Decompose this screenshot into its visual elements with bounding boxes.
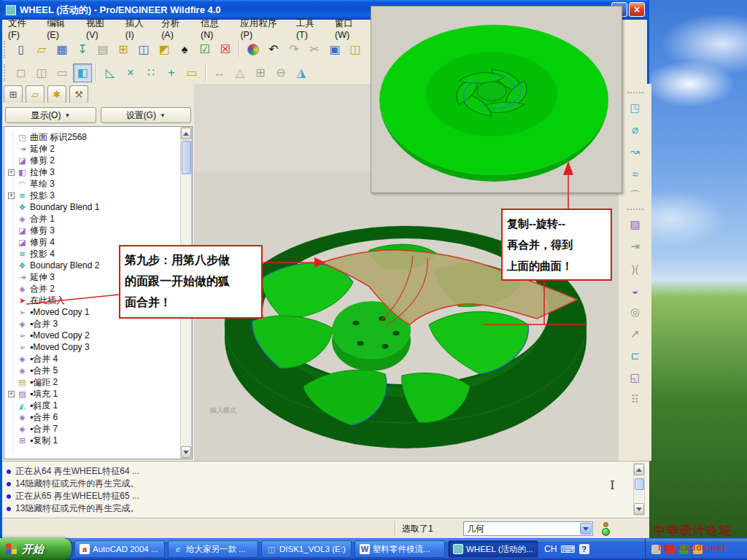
help-icon[interactable]: ?	[579, 544, 589, 554]
favorites-tab-icon[interactable]: ✱	[47, 85, 66, 103]
expander[interactable]: +	[8, 391, 15, 397]
regenerate-spade-icon[interactable]: ♠	[175, 40, 194, 59]
wireframe-icon[interactable]: ◻	[12, 63, 31, 82]
boundary-blend-icon[interactable]: ⌒	[625, 186, 646, 205]
toolbar-grip[interactable]	[627, 92, 643, 93]
chevron-down-icon[interactable]	[580, 523, 592, 534]
tree-item[interactable]: ❖Boundary Blend 1	[7, 201, 169, 213]
scrollbar-thumb[interactable]	[635, 478, 644, 490]
window-close-icon[interactable]: ☒	[216, 40, 235, 59]
tray-alert-icon[interactable]	[693, 545, 703, 554]
volume-icon[interactable]	[651, 545, 661, 554]
scroll-down-icon[interactable]	[634, 503, 644, 515]
window-activate-icon[interactable]: ☑	[196, 40, 214, 59]
color-appearance-icon[interactable]	[244, 40, 263, 59]
tree-item[interactable]: ▤▪偏距 2	[7, 376, 169, 388]
swept-blend-icon[interactable]: ≈	[625, 164, 646, 183]
tree-item[interactable]: ◭▪斜度 1	[7, 400, 169, 411]
language-indicator[interactable]: CH	[544, 544, 557, 554]
tray-app-icon[interactable]	[665, 545, 675, 554]
tree-item[interactable]: ◪修剪 3	[7, 225, 169, 236]
expander[interactable]: +	[8, 169, 15, 176]
measure-distance-icon[interactable]: ↔	[210, 63, 229, 82]
extrude-icon[interactable]: ◳	[625, 98, 646, 117]
selection-filter-combo[interactable]: 几何	[463, 521, 593, 536]
tree-item[interactable]: ⊞▪复制 1	[7, 435, 169, 446]
copy-icon[interactable]: ▣	[325, 40, 344, 59]
tree-item[interactable]: ◪修剪 2	[7, 155, 169, 166]
taskbar-item-autocad[interactable]: a AutoCAD 2004 ...	[74, 540, 165, 558]
copy-dialog-icon[interactable]: ⊞	[114, 40, 133, 59]
sweep-icon[interactable]: ↝	[625, 142, 646, 161]
measure-diameter-icon[interactable]: ⊖	[271, 63, 290, 82]
taskbar-item-browser[interactable]: e 给大家另一款 ...	[168, 540, 258, 558]
export-icon[interactable]: ◫	[134, 40, 153, 59]
message-scrollbar[interactable]	[633, 463, 645, 516]
open-file-icon[interactable]: ▱	[32, 40, 51, 59]
keyboard-icon[interactable]: ⌨	[560, 543, 575, 555]
language-bar[interactable]: CH ⌨ ?	[544, 543, 589, 555]
hidden-line-icon[interactable]: ◫	[32, 63, 51, 82]
extend-arrow-icon[interactable]: ↗	[625, 324, 646, 343]
scroll-up-icon[interactable]	[634, 464, 644, 475]
new-file-icon[interactable]: ▯	[12, 40, 31, 59]
extend-icon[interactable]: ⇥	[625, 237, 646, 256]
project-icon[interactable]: ◎	[625, 303, 646, 322]
tree-item[interactable]: ◈合并 1	[7, 213, 169, 225]
erase-display-icon[interactable]: ◩	[155, 40, 174, 59]
measure-grid-icon[interactable]: ⊞	[251, 63, 270, 82]
tree-item[interactable]: ◈▪合并 3	[7, 318, 169, 330]
datum-planes-icon[interactable]: ◺	[101, 63, 120, 82]
pattern-icon[interactable]: ⠿	[625, 390, 646, 409]
taskbar-item-disk[interactable]: ◫ DISK1_VOL3 (E:)	[261, 540, 352, 558]
save-icon[interactable]: ▦	[53, 40, 71, 59]
fill-icon[interactable]: ▨	[625, 215, 646, 234]
folder-browser-tab-icon[interactable]: ▱	[26, 85, 44, 103]
datum-points-icon[interactable]: ∷	[142, 63, 160, 82]
save-copy-icon[interactable]: ↧	[73, 40, 92, 59]
toolbar-grip[interactable]	[4, 64, 9, 82]
scroll-up-icon[interactable]	[181, 128, 191, 139]
mirror-icon[interactable]: )(	[625, 259, 646, 278]
saved-analysis-icon[interactable]: ◮	[292, 63, 311, 82]
print-icon[interactable]: ▤	[93, 40, 112, 59]
start-button[interactable]: 开始	[0, 538, 71, 560]
redo-icon[interactable]: ↷	[285, 40, 303, 59]
scrollbar-thumb[interactable]	[182, 141, 191, 174]
toolbar-grip[interactable]	[627, 209, 643, 210]
tree-item[interactable]: +◧拉伸 3	[7, 166, 169, 178]
revolve-icon[interactable]: ⌀	[625, 120, 646, 139]
tree-item[interactable]: ◳曲面 标识2568	[7, 131, 169, 143]
utilities-tab-icon[interactable]: ⚒	[69, 85, 88, 103]
datum-axes-icon[interactable]: ×	[121, 63, 140, 82]
model-tree-tab-icon[interactable]: ⊞	[4, 85, 23, 103]
tree-item[interactable]: ◈▪合并 5	[7, 365, 169, 376]
close-button[interactable]: ×	[629, 2, 645, 17]
taskbar-item-proe-active[interactable]: WHEEL (活动的...	[448, 540, 538, 558]
undo-icon[interactable]: ↶	[264, 40, 283, 59]
cut-icon[interactable]: ✂	[305, 40, 324, 59]
toolbar-grip[interactable]	[4, 41, 9, 58]
tree-item[interactable]: +≋投影 3	[7, 190, 169, 201]
tree-item[interactable]: +▨▪填充 1	[7, 388, 169, 400]
expander[interactable]: +	[8, 192, 15, 199]
paste-icon[interactable]: ◫	[346, 40, 365, 59]
solidify-icon[interactable]: ◱	[625, 368, 646, 387]
tree-item[interactable]: ➢▪Moved Copy 2	[7, 330, 169, 341]
tree-item[interactable]: ◈▪合并 6	[7, 411, 169, 423]
taskbar-item-word[interactable]: W 塑料零件模流...	[355, 540, 445, 558]
tree-item[interactable]: ◠草绘 3	[7, 178, 169, 190]
no-hidden-icon[interactable]: ▭	[53, 63, 71, 82]
measure-angle-icon[interactable]: △	[231, 63, 249, 82]
tree-item[interactable]: ◈▪合并 7	[7, 423, 169, 435]
datum-csys-icon[interactable]: +	[162, 63, 181, 82]
tree-item[interactable]: ◈▪合并 4	[7, 353, 169, 365]
annotations-icon[interactable]: ▭	[182, 63, 201, 82]
shield-icon[interactable]	[679, 545, 689, 554]
display-button[interactable]: 显示(O)▼	[5, 107, 96, 123]
offset-icon[interactable]: ◒	[625, 281, 646, 300]
settings-button[interactable]: 设置(G)▼	[101, 107, 192, 123]
scroll-down-icon[interactable]	[181, 446, 191, 458]
shaded-icon[interactable]: ◧	[73, 63, 92, 82]
tree-item[interactable]: ⇥延伸 2	[7, 143, 169, 155]
